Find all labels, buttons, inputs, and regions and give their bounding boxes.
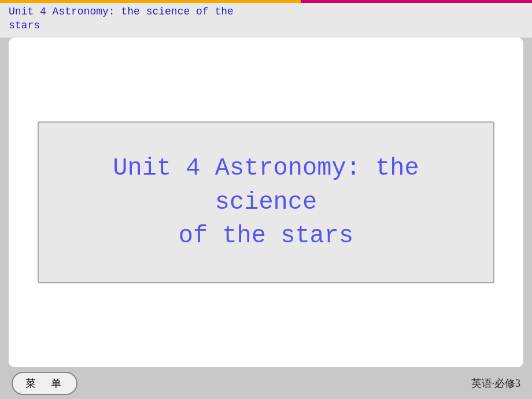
top-bar-title: Unit 4 Astronomy: the science of the sta… xyxy=(9,5,234,32)
title-line1: Unit 4 Astronomy: the science xyxy=(56,152,476,220)
bottom-bar: 菜 单 英语·必修3 xyxy=(0,367,532,399)
title-line2: of the stars xyxy=(56,219,476,253)
title-card: Unit 4 Astronomy: the science of the sta… xyxy=(38,121,494,283)
top-bar-title-line2: stars xyxy=(9,20,40,31)
accent-line-yellow xyxy=(0,0,301,3)
top-bar: Unit 4 Astronomy: the science of the sta… xyxy=(0,0,532,38)
subject-label: 英语·必修3 xyxy=(471,376,521,390)
top-bar-title-line1: Unit 4 Astronomy: the science of the xyxy=(9,6,234,17)
title-card-text: Unit 4 Astronomy: the science of the sta… xyxy=(56,152,476,253)
main-content-area: Unit 4 Astronomy: the science of the sta… xyxy=(9,38,523,367)
menu-button[interactable]: 菜 单 xyxy=(12,372,77,395)
accent-line-red xyxy=(301,0,532,3)
